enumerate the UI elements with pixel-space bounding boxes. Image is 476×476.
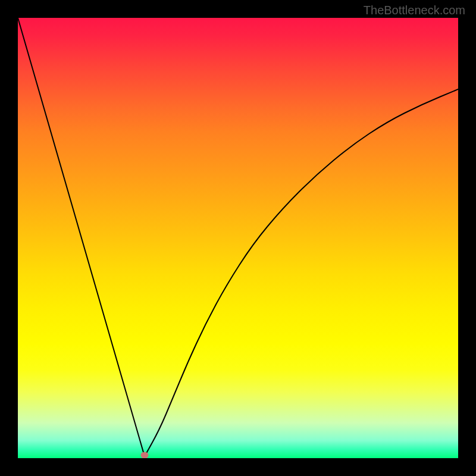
optimum-marker bbox=[141, 452, 149, 459]
bottleneck-curve bbox=[18, 18, 458, 458]
chart-plot-area bbox=[18, 18, 458, 458]
watermark-text: TheBottleneck.com bbox=[364, 4, 465, 17]
